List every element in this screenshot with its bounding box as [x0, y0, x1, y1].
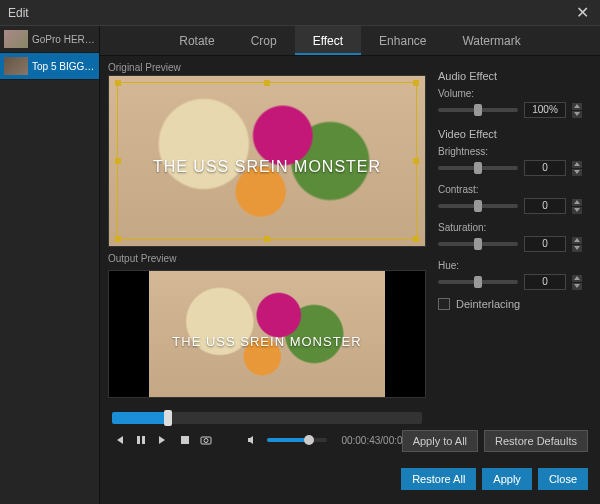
- timeline-progress: [112, 412, 168, 424]
- deinterlacing-label: Deinterlacing: [456, 298, 520, 310]
- output-preview: THE USS SREIN MONSTER: [108, 270, 426, 398]
- video-effect-title: Video Effect: [438, 128, 588, 140]
- original-preview[interactable]: THE USS SREIN MONSTER: [108, 75, 426, 247]
- svg-rect-1: [142, 436, 145, 444]
- restore-all-button[interactable]: Restore All: [401, 468, 476, 490]
- window-title: Edit: [8, 6, 29, 20]
- tab-rotate[interactable]: Rotate: [161, 26, 232, 55]
- pause-button[interactable]: [134, 432, 148, 448]
- crop-handle[interactable]: [264, 236, 270, 242]
- crop-handle[interactable]: [413, 158, 419, 164]
- tabs: Rotate Crop Effect Enhance Watermark: [100, 26, 600, 56]
- output-preview-label: Output Preview: [108, 253, 426, 264]
- volume-label: Volume:: [438, 88, 588, 99]
- crop-handle[interactable]: [115, 236, 121, 242]
- brightness-slider[interactable]: [438, 166, 518, 170]
- tab-crop[interactable]: Crop: [233, 26, 295, 55]
- original-preview-label: Original Preview: [108, 62, 426, 73]
- deinterlacing-checkbox[interactable]: [438, 298, 450, 310]
- volume-icon[interactable]: [245, 432, 259, 448]
- saturation-slider[interactable]: [438, 242, 518, 246]
- slider-thumb[interactable]: [474, 276, 482, 288]
- slider-thumb[interactable]: [474, 104, 482, 116]
- spin-down-icon[interactable]: [572, 111, 582, 118]
- timeline-slider[interactable]: [112, 412, 422, 424]
- hue-value[interactable]: 0: [524, 274, 566, 290]
- audio-effect-title: Audio Effect: [438, 70, 588, 82]
- deinterlacing-row[interactable]: Deinterlacing: [438, 298, 588, 310]
- tab-enhance[interactable]: Enhance: [361, 26, 444, 55]
- volume-slider[interactable]: [267, 438, 328, 442]
- thumbnail-icon: [4, 30, 28, 48]
- spin-up-icon[interactable]: [572, 103, 582, 110]
- prev-button[interactable]: [112, 432, 126, 448]
- tab-watermark[interactable]: Watermark: [444, 26, 538, 55]
- sidebar-item-clip-0[interactable]: GoPro HERO3...: [0, 26, 99, 53]
- spin-up-icon[interactable]: [572, 275, 582, 282]
- crop-handle[interactable]: [264, 80, 270, 86]
- snapshot-button[interactable]: [199, 432, 213, 448]
- svg-rect-0: [137, 436, 140, 444]
- brightness-label: Brightness:: [438, 146, 588, 157]
- stop-button[interactable]: [178, 432, 192, 448]
- playback-controls: 00:00:43/00:05:39: [108, 398, 426, 454]
- slider-thumb[interactable]: [474, 200, 482, 212]
- crop-handle[interactable]: [413, 80, 419, 86]
- titlebar: Edit ✕: [0, 0, 600, 26]
- volume-spinner: [572, 103, 582, 118]
- volume-value[interactable]: 100%: [524, 102, 566, 118]
- close-button[interactable]: Close: [538, 468, 588, 490]
- volume-effect-slider[interactable]: [438, 108, 518, 112]
- spin-up-icon[interactable]: [572, 161, 582, 168]
- apply-button[interactable]: Apply: [482, 468, 532, 490]
- crop-handle[interactable]: [115, 158, 121, 164]
- spin-down-icon[interactable]: [572, 169, 582, 176]
- slider-thumb[interactable]: [474, 238, 482, 250]
- hue-label: Hue:: [438, 260, 588, 271]
- spin-down-icon[interactable]: [572, 245, 582, 252]
- svg-rect-2: [181, 436, 189, 444]
- volume-thumb[interactable]: [304, 435, 314, 445]
- contrast-slider[interactable]: [438, 204, 518, 208]
- next-button[interactable]: [156, 432, 170, 448]
- contrast-label: Contrast:: [438, 184, 588, 195]
- svg-point-4: [204, 439, 208, 443]
- thumbnail-icon: [4, 57, 28, 75]
- apply-to-all-button[interactable]: Apply to All: [402, 430, 478, 452]
- spin-down-icon[interactable]: [572, 283, 582, 290]
- saturation-value[interactable]: 0: [524, 236, 566, 252]
- sidebar-item-label: GoPro HERO3...: [32, 34, 95, 45]
- sidebar-item-label: Top 5 BIGGES...: [32, 61, 95, 72]
- spin-up-icon[interactable]: [572, 199, 582, 206]
- close-icon[interactable]: ✕: [572, 3, 592, 22]
- preview-column: Original Preview THE USS SREIN MONSTER: [108, 62, 426, 504]
- tab-effect[interactable]: Effect: [295, 26, 361, 55]
- slider-thumb[interactable]: [474, 162, 482, 174]
- sidebar-item-clip-1[interactable]: Top 5 BIGGES...: [0, 53, 99, 80]
- spin-up-icon[interactable]: [572, 237, 582, 244]
- hue-slider[interactable]: [438, 280, 518, 284]
- crop-handle[interactable]: [115, 80, 121, 86]
- restore-defaults-button[interactable]: Restore Defaults: [484, 430, 588, 452]
- crop-frame[interactable]: [117, 82, 417, 240]
- spin-down-icon[interactable]: [572, 207, 582, 214]
- saturation-label: Saturation:: [438, 222, 588, 233]
- timeline-thumb[interactable]: [164, 410, 172, 426]
- contrast-value[interactable]: 0: [524, 198, 566, 214]
- sidebar: GoPro HERO3... Top 5 BIGGES...: [0, 26, 100, 504]
- overlay-text: THE USS SREIN MONSTER: [109, 334, 425, 349]
- brightness-value[interactable]: 0: [524, 160, 566, 176]
- crop-handle[interactable]: [413, 236, 419, 242]
